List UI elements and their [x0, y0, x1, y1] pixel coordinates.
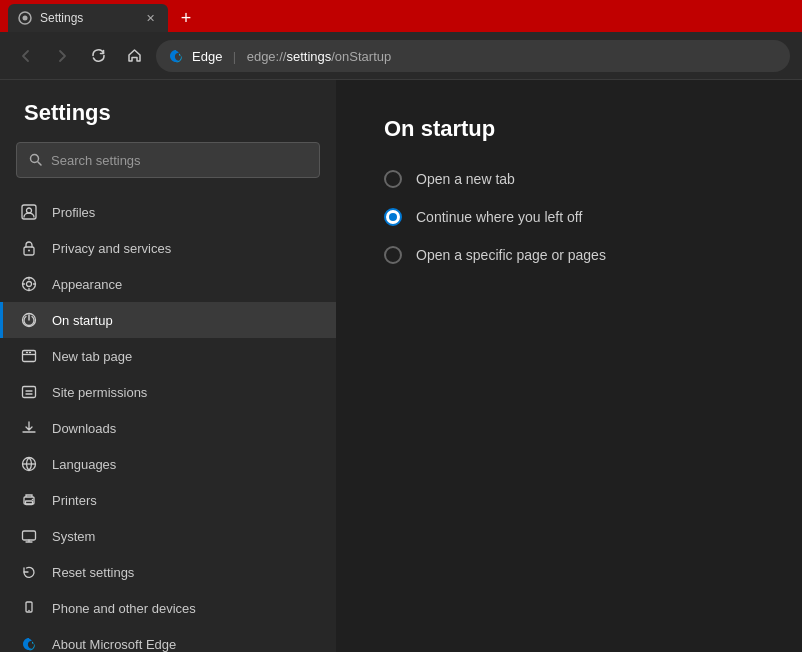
- svg-point-4: [27, 208, 32, 213]
- address-scheme: edge://: [247, 49, 287, 64]
- option-new-tab[interactable]: Open a new tab: [384, 170, 754, 188]
- startup-icon: [20, 311, 38, 329]
- sidebar-item-devices-label: Phone and other devices: [52, 601, 196, 616]
- sidebar-item-system[interactable]: System: [0, 518, 336, 554]
- forward-button[interactable]: [48, 42, 76, 70]
- sidebar-item-profiles[interactable]: Profiles: [0, 194, 336, 230]
- printers-icon: [20, 491, 38, 509]
- svg-rect-11: [23, 387, 36, 398]
- system-icon: [20, 527, 38, 545]
- sidebar-item-languages[interactable]: Languages: [0, 446, 336, 482]
- address-bar[interactable]: Edge | edge://settings/onStartup: [156, 40, 790, 72]
- devices-icon: [20, 599, 38, 617]
- address-separator: |: [233, 49, 236, 64]
- tab-close-button[interactable]: ✕: [142, 10, 158, 26]
- toolbar: Edge | edge://settings/onStartup: [0, 32, 802, 80]
- newtab-icon: [20, 347, 38, 365]
- sidebar: Settings Search settings Profiles: [0, 80, 336, 652]
- about-edge-icon: [20, 635, 38, 652]
- svg-point-15: [32, 499, 34, 501]
- startup-options: Open a new tab Continue where you left o…: [384, 170, 754, 264]
- sidebar-item-reset[interactable]: Reset settings: [0, 554, 336, 590]
- svg-point-2: [31, 155, 39, 163]
- option-specific[interactable]: Open a specific page or pages: [384, 246, 754, 264]
- radio-new-tab-label: Open a new tab: [416, 171, 515, 187]
- titlebar-tabs: Settings ✕ +: [8, 0, 200, 32]
- svg-rect-16: [23, 531, 36, 540]
- privacy-icon: [20, 239, 38, 257]
- sidebar-item-reset-label: Reset settings: [52, 565, 134, 580]
- radio-continue-label: Continue where you left off: [416, 209, 582, 225]
- svg-point-18: [28, 610, 30, 612]
- radio-specific-label: Open a specific page or pages: [416, 247, 606, 263]
- sidebar-item-system-label: System: [52, 529, 95, 544]
- profiles-icon: [20, 203, 38, 221]
- radio-new-tab[interactable]: [384, 170, 402, 188]
- titlebar: Settings ✕ +: [0, 0, 802, 32]
- sidebar-item-printers[interactable]: Printers: [0, 482, 336, 518]
- new-tab-button[interactable]: +: [172, 4, 200, 32]
- radio-continue[interactable]: [384, 208, 402, 226]
- svg-point-8: [27, 282, 32, 287]
- address-path-bold: settings: [286, 49, 331, 64]
- sidebar-item-appearance[interactable]: Appearance: [0, 266, 336, 302]
- sidebar-item-newtab-label: New tab page: [52, 349, 132, 364]
- sidebar-title: Settings: [0, 100, 336, 142]
- search-box[interactable]: Search settings: [16, 142, 320, 178]
- sidebar-item-newtab[interactable]: New tab page: [0, 338, 336, 374]
- content-area: On startup Open a new tab Continue where…: [336, 80, 802, 652]
- home-button[interactable]: [120, 42, 148, 70]
- tab-title: Settings: [40, 11, 134, 25]
- search-icon: [29, 153, 43, 167]
- sidebar-item-startup-label: On startup: [52, 313, 113, 328]
- languages-icon: [20, 455, 38, 473]
- sidebar-item-permissions[interactable]: Site permissions: [0, 374, 336, 410]
- option-continue[interactable]: Continue where you left off: [384, 208, 754, 226]
- sidebar-item-startup[interactable]: On startup: [0, 302, 336, 338]
- sidebar-item-downloads-label: Downloads: [52, 421, 116, 436]
- sidebar-item-about[interactable]: About Microsoft Edge: [0, 626, 336, 652]
- main-layout: Settings Search settings Profiles: [0, 80, 802, 652]
- svg-point-1: [23, 16, 28, 21]
- sidebar-item-privacy-label: Privacy and services: [52, 241, 171, 256]
- address-path: /onStartup: [331, 49, 391, 64]
- address-browser: Edge: [192, 49, 222, 64]
- downloads-icon: [20, 419, 38, 437]
- radio-specific[interactable]: [384, 246, 402, 264]
- back-button[interactable]: [12, 42, 40, 70]
- permissions-icon: [20, 383, 38, 401]
- reset-icon: [20, 563, 38, 581]
- sidebar-item-appearance-label: Appearance: [52, 277, 122, 292]
- settings-tab[interactable]: Settings ✕: [8, 4, 168, 32]
- sidebar-item-privacy[interactable]: Privacy and services: [0, 230, 336, 266]
- page-title: On startup: [384, 116, 754, 142]
- search-placeholder: Search settings: [51, 153, 141, 168]
- address-text: Edge | edge://settings/onStartup: [192, 47, 391, 65]
- svg-point-6: [28, 250, 30, 252]
- sidebar-item-languages-label: Languages: [52, 457, 116, 472]
- sidebar-item-permissions-label: Site permissions: [52, 385, 147, 400]
- sidebar-item-about-label: About Microsoft Edge: [52, 637, 176, 652]
- svg-rect-14: [26, 501, 33, 505]
- sidebar-item-downloads[interactable]: Downloads: [0, 410, 336, 446]
- tab-favicon-icon: [18, 11, 32, 25]
- sidebar-item-printers-label: Printers: [52, 493, 97, 508]
- sidebar-item-devices[interactable]: Phone and other devices: [0, 590, 336, 626]
- edge-logo-icon: [168, 48, 184, 64]
- sidebar-item-profiles-label: Profiles: [52, 205, 95, 220]
- appearance-icon: [20, 275, 38, 293]
- reload-button[interactable]: [84, 42, 112, 70]
